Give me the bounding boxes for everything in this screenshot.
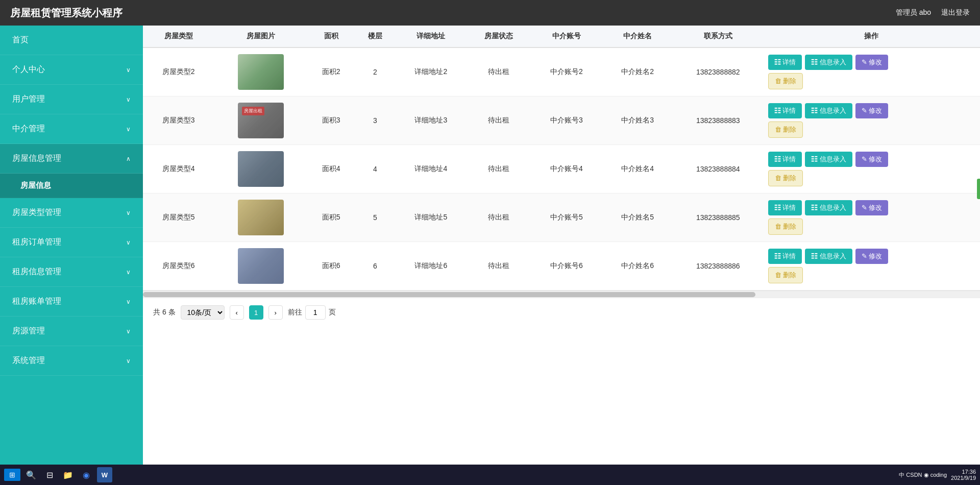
cell-agent-name: 中介姓名4: [602, 145, 673, 193]
page-goto: 前往 页: [288, 305, 336, 320]
scrollbar-thumb[interactable]: [143, 292, 755, 297]
task-view-icon[interactable]: ⊟: [42, 467, 57, 482]
sidebar-item-rental-bill-mgmt[interactable]: 租房账单管理 ∨: [0, 287, 143, 317]
record-button[interactable]: ☷ 信息录入: [805, 152, 852, 167]
record-button[interactable]: ☷ 信息录入: [805, 103, 852, 118]
record-button[interactable]: ☷ 信息录入: [805, 55, 852, 70]
edit-button[interactable]: ✎ 修改: [855, 200, 889, 215]
taskbar: ⊞ 🔍 ⊟ 📁 ◉ W 中 CSDN ◉ coding 17:36 2021/9…: [0, 465, 980, 485]
sidebar-item-house-type-mgmt[interactable]: 房屋类型管理 ∨: [0, 198, 143, 228]
cell-actions: ☷ 详情☷ 信息录入✎ 修改🗑 删除: [763, 47, 980, 96]
cell-type: 房屋类型2: [143, 47, 214, 96]
edit-button[interactable]: ✎ 修改: [855, 55, 889, 70]
horizontal-scrollbar[interactable]: [143, 290, 980, 298]
cell-agent-name: 中介姓名2: [602, 47, 673, 96]
sidebar-label-user-mgmt: 用户管理: [12, 94, 45, 105]
delete-button[interactable]: 🗑 删除: [768, 170, 803, 186]
chrome-icon[interactable]: ◉: [79, 467, 94, 482]
main-content: 房屋类型 房屋图片 面积 楼层 详细地址 房屋状态 中介账号 中介姓名 联系方式…: [143, 26, 980, 485]
cell-agent-account: 中介账号4: [531, 145, 602, 193]
record-button[interactable]: ☷ 信息录入: [805, 249, 852, 264]
clock-date: 2021/9/19: [951, 475, 976, 481]
svg-rect-2: [238, 151, 284, 187]
chevron-down-icon: ∨: [126, 66, 131, 74]
edit-button[interactable]: ✎ 修改: [855, 103, 889, 118]
sidebar-item-resource-mgmt[interactable]: 房源管理 ∨: [0, 317, 143, 346]
sidebar-label-house-info: 房屋信息: [20, 181, 51, 189]
detail-button[interactable]: ☷ 详情: [768, 55, 802, 70]
chevron-down-icon: ∨: [126, 209, 131, 216]
edit-button[interactable]: ✎ 修改: [855, 249, 889, 264]
taskbar-tray: 中 CSDN ◉ coding: [899, 471, 947, 479]
detail-button[interactable]: ☷ 详情: [768, 200, 802, 215]
table-header-row: 房屋类型 房屋图片 面积 楼层 详细地址 房屋状态 中介账号 中介姓名 联系方式…: [143, 26, 980, 47]
sidebar-label-rental-info-mgmt: 租房信息管理: [12, 266, 61, 277]
table-row: 房屋类型2面积22详细地址2待出租中介账号2中介姓名213823888882☷ …: [143, 47, 980, 96]
cell-status: 待出租: [467, 145, 531, 193]
sidebar-subitem-house-info[interactable]: 房屋信息: [0, 174, 143, 198]
cell-address: 详细地址4: [396, 145, 467, 193]
prev-page-button[interactable]: ‹: [230, 305, 244, 320]
delete-button[interactable]: 🗑 删除: [768, 73, 803, 89]
word-icon[interactable]: W: [97, 467, 112, 482]
cell-area: 面积2: [307, 47, 355, 96]
detail-button[interactable]: ☷ 详情: [768, 152, 802, 167]
edit-button[interactable]: ✎ 修改: [855, 152, 889, 167]
sidebar-label-home: 首页: [12, 35, 29, 45]
cell-agent-name: 中介姓名6: [602, 242, 673, 290]
cell-actions: ☷ 详情☷ 信息录入✎ 修改🗑 删除: [763, 145, 980, 193]
cell-floor: 2: [355, 47, 396, 96]
clock-time: 17:36: [951, 469, 976, 475]
cell-type: 房屋类型3: [143, 96, 214, 145]
cell-img: [214, 47, 307, 96]
record-button[interactable]: ☷ 信息录入: [805, 200, 852, 215]
next-page-button[interactable]: ›: [268, 305, 283, 320]
svg-rect-0: [238, 54, 284, 90]
sidebar-item-sys-mgmt[interactable]: 系统管理 ∨: [0, 346, 143, 376]
search-icon[interactable]: 🔍: [23, 467, 39, 482]
chevron-down-icon: ∨: [126, 357, 131, 365]
sidebar-item-user-mgmt[interactable]: 用户管理 ∨: [0, 85, 143, 114]
detail-button[interactable]: ☷ 详情: [768, 103, 802, 118]
sidebar-item-personal[interactable]: 个人中心 ∨: [0, 55, 143, 85]
chevron-down-icon: ∨: [126, 96, 131, 103]
cell-phone: 13823888884: [673, 145, 763, 193]
page-size-select[interactable]: 10条/页 20条/页 50条/页: [181, 305, 225, 320]
start-button[interactable]: ⊞: [4, 469, 20, 481]
cell-img: [214, 193, 307, 242]
sidebar-item-rental-info-mgmt[interactable]: 租房信息管理 ∨: [0, 257, 143, 287]
sidebar-label-resource-mgmt: 房源管理: [12, 326, 45, 336]
cell-phone: 13823888885: [673, 193, 763, 242]
detail-button[interactable]: ☷ 详情: [768, 249, 802, 264]
cell-img: [214, 242, 307, 290]
goto-input[interactable]: [305, 305, 326, 320]
sidebar-item-house-info-mgmt[interactable]: 房屋信息管理 ∧: [0, 144, 143, 174]
header-right: 管理员 abo 退出登录: [896, 8, 970, 17]
col-img: 房屋图片: [214, 26, 307, 47]
sidebar-item-rental-order-mgmt[interactable]: 租房订单管理 ∨: [0, 228, 143, 257]
sidebar: 首页 个人中心 ∨ 用户管理 ∨ 中介管理 ∨ 房屋信息管理 ∧ 房屋信息 房屋…: [0, 26, 143, 485]
chevron-down-icon: ∨: [126, 298, 131, 305]
table-row: 房屋类型3房屋出租面积33详细地址3待出租中介账号3中介姓名3138238888…: [143, 96, 980, 145]
page-1-button[interactable]: 1: [249, 305, 263, 320]
table-body: 房屋类型2面积22详细地址2待出租中介账号2中介姓名213823888882☷ …: [143, 47, 980, 290]
sidebar-item-home[interactable]: 首页: [0, 26, 143, 55]
green-side-indicator: [977, 179, 980, 199]
cell-address: 详细地址3: [396, 96, 467, 145]
cell-agent-account: 中介账号5: [531, 193, 602, 242]
sidebar-item-agent-mgmt[interactable]: 中介管理 ∨: [0, 114, 143, 144]
cell-area: 面积3: [307, 96, 355, 145]
taskbar-right: 中 CSDN ◉ coding 17:36 2021/9/19: [899, 469, 976, 481]
sidebar-label-rental-order-mgmt: 租房订单管理: [12, 237, 61, 248]
logout-button[interactable]: 退出登录: [941, 8, 970, 17]
delete-button[interactable]: 🗑 删除: [768, 267, 803, 283]
cell-area: 面积6: [307, 242, 355, 290]
delete-button[interactable]: 🗑 删除: [768, 122, 803, 138]
admin-label: 管理员 abo: [896, 8, 931, 17]
delete-button[interactable]: 🗑 删除: [768, 219, 803, 235]
file-manager-icon[interactable]: 📁: [60, 467, 76, 482]
sidebar-label-house-info-mgmt: 房屋信息管理: [12, 153, 61, 164]
cell-phone: 13823888882: [673, 47, 763, 96]
cell-phone: 13823888883: [673, 96, 763, 145]
cell-address: 详细地址2: [396, 47, 467, 96]
